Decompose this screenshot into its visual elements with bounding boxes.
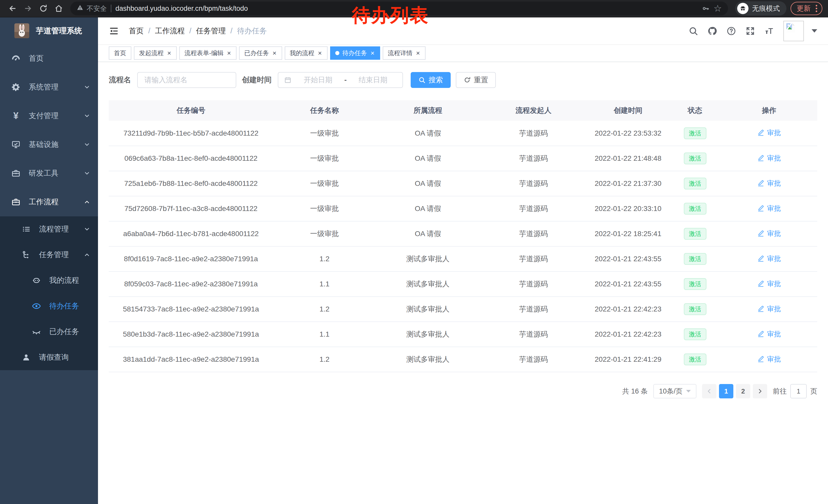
fullscreen-icon[interactable]	[745, 26, 755, 36]
browser-update-button[interactable]: 更新	[791, 2, 822, 15]
chevron-up-icon	[84, 251, 90, 258]
goto-page-input[interactable]	[790, 384, 807, 398]
prev-page-button[interactable]	[702, 384, 716, 398]
sidebar-item-leave-query[interactable]: 请假查询	[0, 345, 98, 370]
col-process: 所属流程	[376, 100, 480, 121]
date-range-picker[interactable]: 开始日期 - 结束日期	[278, 72, 403, 88]
sidebar-item-done-tasks[interactable]: 已办任务	[0, 319, 98, 345]
pagination: 共 16 条 10条/页 1 2 前往	[109, 384, 817, 398]
process-name-input[interactable]	[137, 72, 236, 88]
approve-link[interactable]: 审批	[757, 254, 781, 263]
approve-link[interactable]: 审批	[757, 279, 781, 288]
status-badge: 激活	[684, 228, 706, 240]
approve-link[interactable]: 审批	[757, 204, 781, 213]
pen-icon	[757, 205, 764, 212]
tab-home[interactable]: 首页	[109, 46, 131, 60]
tab-start-process[interactable]: 发起流程×	[134, 46, 177, 60]
cell-task-id: 580e1b3d-7ac8-11ec-a9e2-a2380e71991a	[109, 322, 273, 347]
start-date-placeholder[interactable]: 开始日期	[294, 75, 342, 85]
search-button[interactable]: 搜索	[411, 72, 451, 88]
refresh-icon	[463, 77, 471, 84]
eye-closed-icon	[31, 327, 42, 336]
cell-actions: 审批	[721, 322, 817, 347]
reload-icon[interactable]	[36, 2, 50, 15]
eye-icon	[31, 302, 42, 311]
page-header: 首页 / 工作流程 / 任务管理 / 待办任务	[98, 17, 828, 45]
page-button-1[interactable]: 1	[719, 384, 733, 398]
close-icon[interactable]: ×	[272, 50, 277, 56]
breadcrumb-workflow[interactable]: 工作流程	[155, 26, 185, 36]
cell-created: 2022-01-21 22:42:23	[587, 322, 669, 347]
close-icon[interactable]: ×	[318, 50, 322, 56]
approve-link[interactable]: 审批	[757, 329, 781, 339]
reset-button[interactable]: 重置	[456, 72, 496, 88]
sidebar-item-my-process[interactable]: 我的流程	[0, 268, 98, 293]
security-label[interactable]: 不安全	[87, 4, 107, 13]
cell-starter: 芋道源码	[480, 221, 587, 246]
approve-link[interactable]: 审批	[757, 128, 781, 137]
cell-starter: 芋道源码	[480, 171, 587, 196]
pen-icon	[757, 180, 764, 187]
close-icon[interactable]: ×	[370, 50, 375, 56]
cell-task-name: 一级审批	[273, 146, 376, 171]
sidebar-item-todo-tasks[interactable]: 待办任务	[0, 293, 98, 319]
total-count: 共 16 条	[622, 386, 648, 396]
close-icon[interactable]: ×	[416, 50, 420, 56]
back-icon[interactable]	[6, 2, 19, 15]
approve-link[interactable]: 审批	[757, 304, 781, 314]
task-table: 任务编号 任务名称 所属流程 流程发起人 创建时间 状态 操作 73211d9d…	[109, 100, 817, 372]
approve-link[interactable]: 审批	[757, 179, 781, 188]
sidebar-item-home[interactable]: 首页	[0, 44, 98, 73]
overlay-annotation: 待办列表	[352, 3, 429, 28]
col-task-name: 任务名称	[273, 100, 376, 121]
sidebar-fold-icon[interactable]	[109, 26, 119, 36]
sidebar-item-workflow[interactable]: 工作流程	[0, 188, 98, 216]
github-icon[interactable]	[707, 26, 717, 36]
bookmark-star-icon[interactable]: ☆	[714, 4, 722, 13]
cell-task-id: 381aa1dd-7ac8-11ec-a9e2-a2380e71991a	[109, 347, 273, 372]
table-header: 任务编号 任务名称 所属流程 流程发起人 创建时间 状态 操作	[109, 100, 817, 121]
page-button-2[interactable]: 2	[736, 384, 750, 398]
approve-link[interactable]: 审批	[757, 229, 781, 238]
page-size-select[interactable]: 10条/页	[653, 384, 696, 398]
sidebar-item-infra[interactable]: 基础设施	[0, 130, 98, 159]
avatar-caret-icon[interactable]	[812, 29, 817, 33]
help-icon[interactable]	[727, 26, 736, 36]
sidebar-item-system[interactable]: 系统管理	[0, 73, 98, 101]
end-date-placeholder[interactable]: 结束日期	[349, 75, 397, 85]
forward-icon[interactable]	[21, 2, 35, 15]
close-icon[interactable]: ×	[167, 50, 172, 56]
approve-link[interactable]: 审批	[757, 153, 781, 163]
cell-task-name: 1.2	[273, 246, 376, 272]
sidebar-item-process-mgmt[interactable]: 流程管理	[0, 216, 98, 242]
close-icon[interactable]: ×	[226, 50, 232, 56]
sidebar-item-devtools[interactable]: 研发工具	[0, 159, 98, 188]
tab-todo-tasks[interactable]: 待办任务×	[330, 46, 380, 60]
broken-image-icon	[785, 22, 796, 34]
tab-form-edit[interactable]: 流程表单-编辑×	[179, 46, 237, 60]
breadcrumb-task-mgmt[interactable]: 任务管理	[196, 26, 226, 36]
col-actions: 操作	[721, 100, 817, 121]
browser-menu-icon[interactable]	[815, 4, 818, 13]
font-size-icon[interactable]	[764, 26, 774, 36]
tab-my-process[interactable]: 我的流程×	[285, 46, 328, 60]
home-icon[interactable]	[52, 2, 66, 15]
tab-done-tasks[interactable]: 已办任务×	[239, 46, 282, 60]
sidebar-item-payment[interactable]: ¥ 支付管理	[0, 101, 98, 130]
cell-task-id: 75d72608-7b7f-11ec-a3c8-acde48001122	[109, 196, 273, 221]
avatar[interactable]	[783, 21, 804, 41]
cell-status: 激活	[669, 322, 721, 347]
next-page-button[interactable]	[753, 384, 767, 398]
cell-process: OA 请假	[376, 146, 480, 171]
cell-actions: 审批	[721, 196, 817, 221]
approve-link[interactable]: 审批	[757, 355, 781, 364]
sidebar-item-task-mgmt[interactable]: 任务管理	[0, 242, 98, 268]
cell-task-id: 8f0d1619-7ac8-11ec-a9e2-a2380e71991a	[109, 246, 273, 272]
breadcrumb-home[interactable]: 首页	[129, 26, 143, 36]
sidebar-logo[interactable]: 芋道管理系统	[0, 17, 98, 44]
search-icon[interactable]	[689, 26, 698, 36]
update-label[interactable]: 更新	[797, 4, 811, 13]
password-key-icon[interactable]	[702, 5, 709, 12]
col-task-id: 任务编号	[109, 100, 273, 121]
tab-process-detail[interactable]: 流程详情×	[383, 46, 425, 60]
